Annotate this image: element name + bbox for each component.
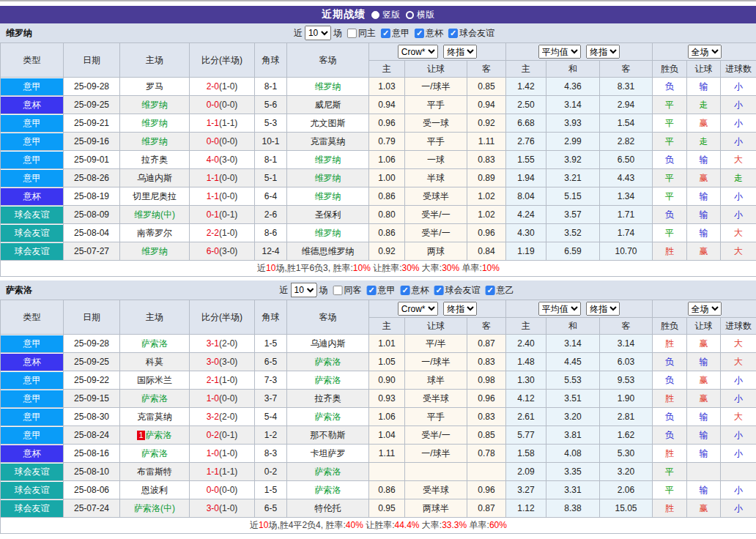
league-filter-checkbox[interactable] — [367, 286, 377, 295]
odds-time-select[interactable]: 终指 — [443, 45, 477, 59]
match-score: 0-0(0-0) — [190, 133, 255, 151]
avg-draw: 3.20 — [546, 408, 600, 426]
halftime-score: (1-0) — [219, 503, 237, 513]
match-row: 球会友谊25-08-04南蒂罗尔2-2(1-0)8-6维罗纳0.86受半/一0.… — [1, 224, 756, 242]
avg-source-select[interactable]: 平均值 — [538, 45, 581, 59]
corner-score: 1-5 — [255, 335, 287, 353]
result-wdl: 胜 — [653, 242, 687, 261]
league-filter-checkbox[interactable] — [381, 29, 390, 38]
halftime-score: (0-0) — [219, 173, 237, 183]
home-team: 布雷斯特 — [120, 463, 190, 481]
league-filter[interactable]: 球会友谊 — [445, 27, 494, 40]
avg-source-select[interactable]: 平均值 — [538, 302, 581, 316]
league-filter[interactable]: 意杯 — [398, 284, 429, 297]
horizontal-layout-label: 横版 — [417, 9, 434, 21]
result-handicap-value: 走 — [700, 100, 708, 110]
result-wdl-value: 负 — [665, 412, 674, 422]
league-filter-checkbox[interactable] — [434, 286, 444, 295]
corner-score: 5-6 — [255, 96, 287, 114]
odds-time-select[interactable]: 终指 — [443, 302, 477, 316]
same-venue-filter-checkbox[interactable] — [333, 286, 343, 295]
horizontal-layout-radio[interactable] — [406, 11, 414, 19]
result-goals: 小 — [721, 96, 756, 114]
match-date: 25-09-28 — [64, 78, 120, 96]
fulltime-score: 1-1 — [207, 173, 219, 183]
league-filter[interactable]: 意杯 — [412, 27, 443, 40]
odds-home: 1.01 — [369, 335, 405, 353]
match-row: 球会友谊25-08-06恩波利0-0(0-0)1-5萨索洛0.86受半球0.96… — [1, 481, 756, 499]
league-filter[interactable]: 意甲 — [364, 284, 396, 297]
away-team: 萨索洛 — [287, 408, 369, 426]
result-goals — [721, 463, 756, 481]
result-goals: 小 — [721, 481, 756, 499]
match-type-cell: 意甲 — [1, 78, 64, 96]
summary-text: 大率: — [420, 520, 442, 530]
home-team-name: 南蒂罗尔 — [137, 228, 172, 238]
result-handicap: 输 — [687, 353, 721, 371]
match-row: 意甲25-08-26乌迪内斯1-1(0-0)5-1维罗纳1.00半球0.891.… — [1, 169, 756, 187]
fulltime-score: 0-1 — [207, 209, 219, 220]
fulltime-score: 0-0 — [207, 485, 219, 495]
recent-count-select[interactable]: 10 — [291, 283, 317, 297]
fulltime-score: 1-0 — [207, 393, 219, 404]
odds-home: 0.92 — [369, 242, 405, 261]
result-wdl-value: 负 — [665, 375, 674, 385]
league-filter-checkbox[interactable] — [401, 286, 410, 295]
avg-draw: 5.53 — [546, 371, 600, 390]
match-row: 意甲25-09-21维罗纳1-1(1-1)5-3尤文图斯0.96受一球0.926… — [1, 114, 756, 133]
match-score: 2-1(1-0) — [190, 371, 255, 390]
result-goals: 小 — [721, 499, 756, 518]
league-filter-checkbox[interactable] — [486, 286, 495, 295]
away-team-name: 卡坦萨罗 — [311, 448, 346, 458]
scope-select[interactable]: 全场 — [688, 302, 722, 316]
odds-source-select[interactable]: Crow* — [398, 302, 438, 316]
layout-option-horizontal[interactable]: 横版 — [406, 9, 434, 21]
result-goals: 走 — [721, 169, 756, 187]
away-team: 萨索洛 — [287, 353, 369, 371]
match-score: 0-1(0-1) — [190, 206, 255, 224]
result-wdl: 平 — [653, 224, 687, 242]
league-filter[interactable]: 意甲 — [378, 27, 410, 40]
vertical-layout-radio[interactable] — [371, 11, 379, 19]
avg-time-select[interactable]: 终指 — [586, 302, 620, 316]
odds-source-select[interactable]: Crow* — [398, 45, 438, 59]
recent-count-select[interactable]: 10 — [305, 26, 331, 40]
home-team-name: 萨索洛(中) — [134, 503, 175, 513]
odds-away: 0.83 — [467, 408, 506, 426]
odds-home: 0.86 — [369, 481, 405, 499]
result-wdl-value: 平 — [665, 466, 674, 477]
league-filter[interactable]: 意乙 — [483, 284, 514, 297]
home-team: 国际米兰 — [120, 371, 190, 390]
avg-home: 3.27 — [506, 481, 546, 499]
scope-select[interactable]: 全场 — [688, 45, 722, 59]
result-handicap-value: 输 — [700, 191, 708, 201]
summary-text: 单率: — [459, 263, 482, 273]
layout-option-vertical[interactable]: 竖版 — [371, 9, 400, 21]
match-row: 意甲25-08-30克雷莫纳3-2(2-0)5-4萨索洛1.06平手0.832.… — [1, 408, 756, 426]
same-venue-filter[interactable]: 同客 — [330, 284, 362, 297]
col-type: 类型 — [1, 43, 64, 78]
same-venue-filter-checkbox[interactable] — [347, 29, 357, 38]
match-type-cell: 意杯 — [1, 353, 64, 371]
team-section-verona: 维罗纳 近10场同主意甲意杯球会友谊 类型 日期 主场 比分(半场) 角球 客场… — [0, 23, 756, 277]
odds-home: 1.11 — [369, 445, 405, 463]
col-away: 客场 — [287, 43, 369, 78]
fulltime-score: 3-1 — [207, 338, 219, 349]
avg-draw: 3.31 — [546, 481, 600, 499]
match-type-cell: 球会友谊 — [1, 499, 64, 518]
league-filter[interactable]: 球会友谊 — [431, 284, 481, 297]
avg-away: 4.43 — [600, 169, 653, 187]
same-venue-filter[interactable]: 同主 — [344, 27, 376, 40]
avg-time-select[interactable]: 终指 — [586, 45, 620, 59]
scope-group-header: 全场 — [653, 43, 756, 61]
result-handicap: 输 — [687, 151, 721, 169]
result-goals: 大 — [721, 224, 756, 242]
match-type-badge: 意杯 — [1, 188, 63, 205]
avg-home: 4.24 — [506, 206, 546, 224]
league-filter-checkbox[interactable] — [415, 29, 424, 38]
league-filter-checkbox[interactable] — [448, 29, 458, 38]
league-filter-label: 意甲 — [392, 27, 410, 40]
home-team-name: 维罗纳 — [141, 136, 168, 146]
odds-home: 1.06 — [369, 408, 405, 426]
away-team-name: 尤文图斯 — [311, 118, 346, 128]
